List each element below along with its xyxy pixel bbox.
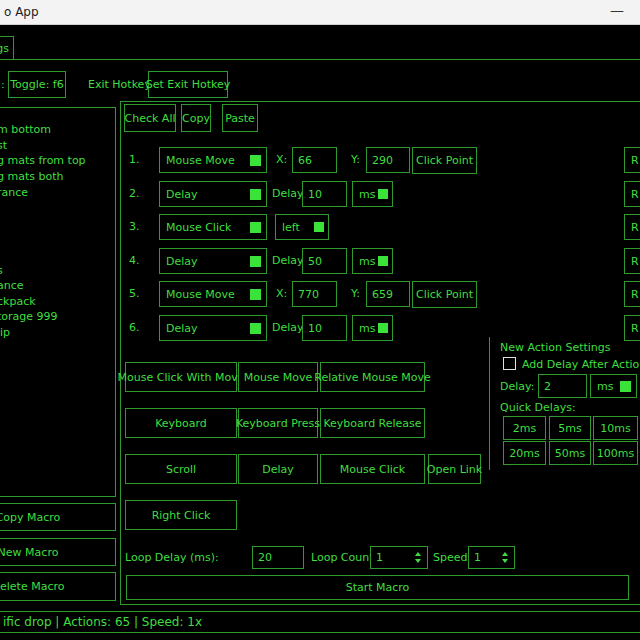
action-row-number: 4.: [129, 248, 153, 274]
toggle-hotkey-cut-label: :: [1, 78, 5, 91]
add-delay-after-action-checkbox[interactable]: [503, 357, 516, 370]
new-action-unit-value: ms: [597, 380, 613, 393]
action-type-dropdown[interactable]: Delay: [159, 315, 267, 341]
delay-label: Delay: [272, 254, 304, 267]
add-keyboard-press-button[interactable]: Keyboard Press: [238, 408, 318, 438]
speed-value: 1: [474, 551, 481, 564]
paste-button[interactable]: Paste: [222, 104, 258, 132]
check-all-button[interactable]: Check All: [124, 104, 176, 132]
macro-list-item[interactable]: s: [0, 263, 3, 278]
unit-value: ms: [359, 188, 375, 201]
remove-action-button[interactable]: R: [624, 214, 640, 240]
copy-button[interactable]: Copy: [181, 104, 211, 132]
stepper-arrows-icon[interactable]: [499, 547, 511, 568]
set-exit-hotkey-button[interactable]: Set Exit Hotkey: [148, 71, 228, 98]
remove-action-button[interactable]: R: [624, 248, 640, 274]
action-type-dropdown[interactable]: Mouse Move: [159, 281, 267, 307]
new-action-delay-label: Delay:: [500, 380, 534, 393]
add-delay-button[interactable]: Delay: [238, 454, 318, 484]
macro-list-item[interactable]: st: [0, 138, 7, 153]
status-text: ific drop | Actions: 65 | Speed: 1x: [3, 615, 202, 629]
add-open-link-button[interactable]: Open Link: [428, 454, 481, 484]
quick-delay-100ms-button[interactable]: 100ms: [593, 441, 638, 465]
dropdown-arrow-icon[interactable]: [250, 155, 261, 166]
x-input[interactable]: 770: [292, 281, 337, 307]
dropdown-arrow-icon[interactable]: [250, 222, 261, 233]
macro-list-item[interactable]: ckpack: [0, 294, 36, 309]
unit-dropdown[interactable]: ms: [352, 248, 393, 274]
unit-value: ms: [359, 255, 375, 268]
quick-delay-50ms-button[interactable]: 50ms: [549, 441, 591, 465]
x-input[interactable]: 66: [292, 147, 337, 173]
macro-list-item[interactable]: m bottom: [0, 122, 51, 137]
remove-action-button[interactable]: R: [624, 281, 640, 307]
macro-list-item[interactable]: torage 999: [0, 309, 58, 324]
new-macro-button[interactable]: New Macro: [0, 538, 116, 566]
mouse-button-dropdown[interactable]: left: [275, 214, 329, 240]
add-relative-mouse-move-button[interactable]: Relative Mouse Move: [320, 362, 425, 392]
delay-input[interactable]: 50: [302, 248, 347, 274]
tab-panel-border: [0, 59, 640, 60]
add-keyboard-release-button[interactable]: Keyboard Release: [320, 408, 425, 438]
quick-delay-2ms-button[interactable]: 2ms: [503, 416, 546, 440]
dropdown-arrow-icon[interactable]: [378, 189, 388, 199]
action-type-dropdown[interactable]: Mouse Move: [159, 147, 267, 173]
toggle-hotkey-button[interactable]: Toggle: f6: [8, 71, 66, 98]
dropdown-arrow-icon[interactable]: [250, 323, 261, 334]
click-point-button[interactable]: Click Point: [412, 281, 477, 308]
delay-input[interactable]: 10: [302, 181, 347, 207]
unit-dropdown[interactable]: ms: [352, 181, 393, 207]
dropdown-arrow-icon[interactable]: [620, 381, 631, 392]
dropdown-arrow-icon[interactable]: [250, 189, 261, 200]
macro-list-item[interactable]: lip: [0, 325, 10, 340]
speed-stepper[interactable]: 1: [468, 546, 515, 569]
action-type-dropdown[interactable]: Delay: [159, 181, 267, 207]
mouse-button-value: left: [282, 221, 300, 234]
remove-action-button[interactable]: R: [624, 315, 640, 341]
start-macro-button[interactable]: Start Macro: [126, 575, 629, 600]
app-window: o App — gs : Toggle: f6 Exit Hotkey: Set…: [0, 0, 640, 640]
action-rows-viewport[interactable]: 1. Mouse Move X: 66 Y: 290 Click Point R…: [121, 140, 640, 345]
loop-count-stepper[interactable]: 1: [370, 546, 428, 569]
macro-list[interactable]: m bottom st g mats from top g mats both …: [0, 107, 116, 497]
quick-delay-5ms-button[interactable]: 5ms: [549, 416, 591, 440]
y-input[interactable]: 659: [366, 281, 410, 307]
add-mouse-click-with-move-button[interactable]: Mouse Click With Move: [125, 362, 237, 392]
dropdown-arrow-icon[interactable]: [378, 323, 388, 333]
action-type-dropdown[interactable]: Delay: [159, 248, 267, 274]
delete-macro-button[interactable]: Delete Macro: [0, 572, 116, 601]
add-keyboard-button[interactable]: Keyboard: [125, 408, 237, 438]
new-action-unit-dropdown[interactable]: ms: [590, 374, 637, 398]
remove-action-button[interactable]: R: [624, 181, 640, 207]
dropdown-arrow-icon[interactable]: [314, 222, 324, 232]
quick-delay-20ms-button[interactable]: 20ms: [503, 441, 546, 465]
add-mouse-click-button[interactable]: Mouse Click: [320, 454, 425, 484]
new-action-delay-input[interactable]: 2: [538, 374, 587, 398]
loop-count-value: 1: [376, 551, 383, 564]
dropdown-arrow-icon[interactable]: [250, 256, 261, 267]
tab-settings[interactable]: gs: [0, 36, 14, 60]
macro-list-item[interactable]: g mats both: [0, 169, 63, 184]
add-right-click-button[interactable]: Right Click: [125, 500, 237, 530]
minimize-button[interactable]: —: [602, 2, 632, 24]
add-mouse-move-button[interactable]: Mouse Move: [238, 362, 318, 392]
action-type-value: Delay: [166, 322, 198, 335]
loop-delay-input[interactable]: 20: [252, 546, 304, 569]
macro-list-item[interactable]: rance: [0, 185, 28, 200]
y-input[interactable]: 290: [366, 147, 410, 173]
dropdown-arrow-icon[interactable]: [250, 289, 261, 300]
quick-delay-10ms-button[interactable]: 10ms: [593, 416, 638, 440]
stepper-arrows-icon[interactable]: [412, 547, 424, 568]
copy-macro-button[interactable]: Copy Macro: [0, 503, 116, 531]
click-point-button[interactable]: Click Point: [412, 147, 477, 174]
delay-input[interactable]: 10: [302, 315, 347, 341]
title-bar: o App —: [0, 0, 640, 25]
macro-list-item[interactable]: g mats from top: [0, 153, 86, 168]
remove-action-button[interactable]: R: [624, 147, 640, 173]
add-scroll-button[interactable]: Scroll: [125, 454, 237, 484]
macro-list-item[interactable]: ance: [0, 278, 24, 293]
speed-label: Speed:: [433, 551, 471, 564]
dropdown-arrow-icon[interactable]: [378, 256, 388, 266]
unit-dropdown[interactable]: ms: [352, 315, 393, 341]
action-type-dropdown[interactable]: Mouse Click: [159, 214, 267, 240]
